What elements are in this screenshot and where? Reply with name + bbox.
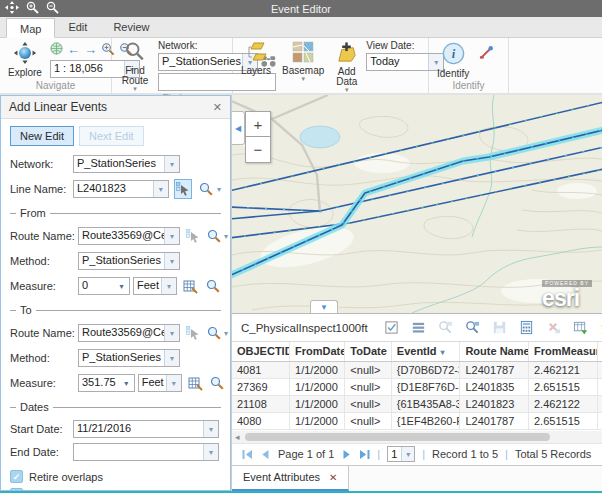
- table-row[interactable]: 40801/1/2000<null>{1EF4B260-F0L24017872.…: [232, 412, 602, 429]
- explore-button[interactable]: Explore: [5, 40, 45, 79]
- add-data-icon: [335, 41, 358, 66]
- select-route-on-map-icon[interactable]: [185, 323, 201, 343]
- start-date-combo[interactable]: 11/21/2016 ▾: [73, 420, 219, 438]
- chevron-down-icon[interactable]: ▾: [217, 185, 221, 194]
- tab-event-attributes[interactable]: Event Attributes ✕: [232, 466, 349, 491]
- to-unit-combo[interactable]: Feet ▾: [138, 374, 182, 392]
- page-number-combo[interactable]: 1 ▾: [387, 446, 415, 462]
- column-header[interactable]: FromMeasure: [529, 342, 598, 361]
- zoom-to-measure-icon[interactable]: [204, 276, 221, 296]
- globe-icon[interactable]: [50, 42, 63, 57]
- column-header[interactable]: Route Name: [460, 342, 529, 361]
- chevron-down-icon[interactable]: ▾: [161, 278, 176, 294]
- chevron-down-icon[interactable]: ▾: [153, 181, 168, 197]
- export-records-icon[interactable]: [573, 319, 588, 337]
- close-icon[interactable]: ✕: [329, 472, 337, 483]
- delete-selected-icon[interactable]: [546, 319, 561, 337]
- show-selected-records-icon[interactable]: [411, 319, 426, 337]
- chevron-down-icon[interactable]: ▾: [164, 228, 179, 244]
- chevron-down-icon[interactable]: ▾: [164, 350, 179, 366]
- chevron-down-icon[interactable]: ▾: [166, 375, 181, 391]
- table-scroll-area[interactable]: OBJECTIDFromDateToDateEventId▾Route Name…: [232, 341, 602, 430]
- back-icon[interactable]: ←: [67, 43, 80, 56]
- column-header[interactable]: ToMeasure: [597, 342, 602, 361]
- zoom-to-selected-icon[interactable]: [438, 319, 453, 337]
- horizontal-scrollbar[interactable]: ◂: [232, 431, 602, 443]
- column-header[interactable]: EventId▾: [391, 342, 460, 361]
- table-row[interactable]: 273691/1/2000<null>{D1E8F76D-FL24018352.…: [232, 378, 602, 395]
- chevron-down-icon[interactable]: ▾: [164, 325, 179, 341]
- chevron-down-icon[interactable]: ▾: [114, 278, 129, 294]
- zoom-out-icon[interactable]: [46, 1, 59, 16]
- map-zoom-out-button[interactable]: −: [245, 137, 271, 163]
- map-view[interactable]: ◀ + − ▼ POWERED BY esri: [232, 95, 602, 313]
- checkbox-checked-icon[interactable]: ✓: [10, 488, 23, 490]
- retire-overlaps-checkbox[interactable]: ✓ Retire overlaps: [10, 470, 221, 483]
- field-calculator-icon[interactable]: [519, 319, 534, 337]
- pan-icon[interactable]: [5, 1, 19, 16]
- derived-measure-icon[interactable]: [187, 373, 204, 393]
- chevron-down-icon[interactable]: ▾: [203, 444, 218, 460]
- chevron-down-icon[interactable]: ▾: [164, 156, 179, 172]
- checkbox-checked-icon[interactable]: ✓: [10, 470, 23, 483]
- find-route-button[interactable]: Find Route ▾: [117, 40, 153, 93]
- end-date-combo[interactable]: ▾: [73, 443, 219, 461]
- identify-button[interactable]: i Identify: [434, 40, 472, 80]
- to-measure-combo[interactable]: 351.75 ▾: [78, 374, 135, 392]
- table-row[interactable]: 40811/1/2000<null>{D70B6D72-3L24017872.4…: [232, 361, 602, 378]
- chevron-down-icon[interactable]: ▾: [401, 447, 414, 461]
- map-zoom-in-button[interactable]: +: [245, 111, 271, 137]
- zoom-to-line-icon[interactable]: [197, 179, 215, 199]
- next-page-button[interactable]: [341, 449, 352, 460]
- to-route-name-combo[interactable]: Route33569@Centr ▾: [78, 324, 180, 342]
- select-records-icon[interactable]: [384, 319, 399, 337]
- zoom-in-icon[interactable]: [26, 1, 39, 16]
- panel-title: Add Linear Events: [9, 100, 107, 114]
- chevron-down-icon[interactable]: ▾: [164, 253, 179, 269]
- chevron-down-icon[interactable]: ▾: [203, 421, 218, 437]
- merge-coincident-checkbox[interactable]: ✓ Merge coincident events: [10, 488, 221, 490]
- group-find: Find Route ▾ Network: P_StationSeries ▾: [112, 38, 233, 93]
- table-row[interactable]: 211081/1/2000<null>{61B435A8-32L24018232…: [232, 395, 602, 412]
- collapse-panel-button[interactable]: ◀: [232, 111, 245, 145]
- chevron-down-icon[interactable]: ▾: [224, 329, 228, 338]
- zoom-to-route-icon[interactable]: [206, 226, 222, 246]
- column-header[interactable]: ToDate: [345, 342, 391, 361]
- tab-map[interactable]: Map: [6, 18, 55, 38]
- derived-measure-icon[interactable]: [182, 276, 199, 296]
- save-edits-icon[interactable]: [492, 319, 507, 337]
- chevron-down-icon[interactable]: ▾: [119, 375, 134, 391]
- bottom-tab-bar: Event Attributes ✕: [232, 465, 602, 491]
- new-edit-button[interactable]: New Edit: [10, 126, 74, 146]
- from-measure-combo[interactable]: 0 ▾: [78, 277, 130, 295]
- forward-icon[interactable]: →: [84, 43, 97, 56]
- select-route-on-map-icon[interactable]: [185, 226, 201, 246]
- tab-edit[interactable]: Edit: [55, 17, 100, 37]
- from-method-combo[interactable]: P_StationSeries ▾: [78, 252, 180, 270]
- scroll-left-icon[interactable]: ◂: [235, 431, 240, 443]
- prev-page-button[interactable]: [260, 449, 271, 460]
- add-data-button[interactable]: Add Data ▾: [332, 40, 361, 94]
- scrollbar-thumb[interactable]: [245, 433, 550, 441]
- first-page-button[interactable]: [242, 449, 253, 460]
- tab-review[interactable]: Review: [100, 17, 162, 37]
- close-icon[interactable]: ✕: [213, 101, 222, 114]
- pan-to-selected-icon[interactable]: [465, 319, 480, 337]
- zoom-to-route-icon[interactable]: [206, 323, 222, 343]
- chevron-down-icon[interactable]: ▾: [224, 232, 228, 241]
- identify-route-icon[interactable]: [477, 43, 495, 61]
- column-header[interactable]: OBJECTID: [232, 342, 290, 361]
- next-edit-button[interactable]: Next Edit: [79, 126, 144, 146]
- select-line-on-map-icon[interactable]: [174, 179, 192, 199]
- line-name-combo[interactable]: L2401823 ▾: [73, 180, 169, 198]
- network-combo[interactable]: P_StationSeries ▾: [73, 155, 180, 173]
- zoom-to-measure-icon[interactable]: [209, 373, 225, 393]
- column-header[interactable]: FromDate: [290, 342, 345, 361]
- to-method-combo[interactable]: P_StationSeries ▾: [78, 349, 180, 367]
- last-page-button[interactable]: [359, 449, 370, 460]
- layers-button[interactable]: Layers: [238, 40, 274, 77]
- collapse-table-button[interactable]: ▼: [310, 300, 338, 313]
- from-unit-combo[interactable]: Feet ▾: [133, 277, 177, 295]
- basemap-button[interactable]: Basemap ▾: [279, 40, 327, 83]
- from-route-name-combo[interactable]: Route33569@Centr ▾: [78, 227, 180, 245]
